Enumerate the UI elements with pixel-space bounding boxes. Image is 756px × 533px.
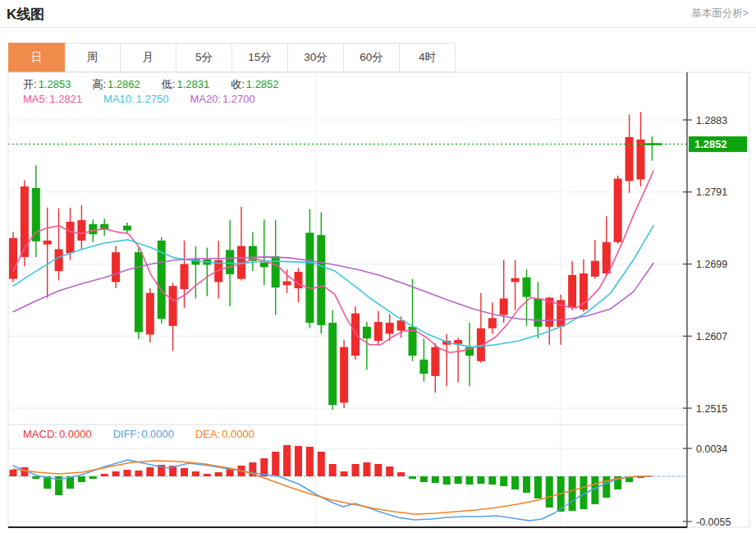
current-price-tag: 1.2852 [689, 136, 747, 152]
axis-label: 0.0034 [696, 443, 727, 455]
axis-label: 1.2699 [696, 259, 727, 270]
legend-item: MA20:1.2700 [190, 93, 259, 105]
macd-histogram [10, 445, 645, 512]
legend-item: MA10:1.2750 [103, 93, 173, 105]
legend-item: DIFF:0.0000 [113, 428, 179, 440]
axis-label: 1.2791 [696, 186, 727, 198]
chart-series [8, 112, 687, 521]
legend-item: MA5:1.2821 [23, 93, 87, 105]
candlesticks [9, 112, 656, 409]
legend-item: 收:1.2852 [231, 78, 283, 90]
legend-item: MACD:0.0000 [23, 428, 97, 440]
ma-legend: MA5:1.2821MA10:1.2750MA20:1.2700 [23, 93, 277, 105]
legend-item: 高:1.2862 [92, 78, 144, 90]
macd-legend: MACD:0.0000DIFF:0.0000DEA:0.0000 [23, 428, 276, 440]
axis-label: 1.2515 [696, 403, 727, 415]
legend-item: 低:1.2831 [162, 78, 214, 90]
axis-label: 1.2883 [696, 115, 727, 126]
axis-label: 1.2607 [696, 331, 727, 342]
svg-text:1.2852: 1.2852 [694, 138, 727, 150]
ohlc-legend: 开:1.2853高:1.2862低:1.2831收:1.2852 [23, 77, 300, 92]
legend-item: 开:1.2853 [23, 78, 76, 90]
legend-item: DEA:0.0000 [195, 428, 259, 440]
axis-label: -0.0055 [696, 517, 731, 528]
